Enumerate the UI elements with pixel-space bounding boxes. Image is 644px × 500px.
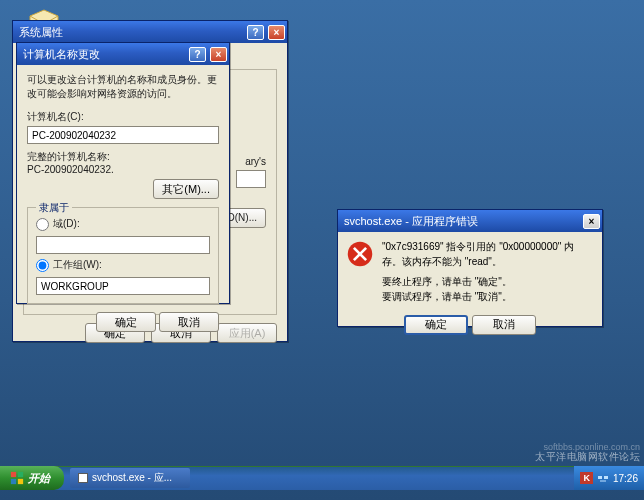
taskbar-item-svchost[interactable]: svchost.exe - 应... xyxy=(70,468,190,488)
err-line3: 要调试程序，请单击 "取消"。 xyxy=(382,290,594,305)
err-line2: 要终止程序，请单击 "确定"。 xyxy=(382,275,594,290)
domain-radio-label: 域(D): xyxy=(53,217,80,231)
desktop: 系统属性 ? × 远程 ary's 络 ID(N)... 确定 取消 应用(A)… xyxy=(0,0,644,500)
close-button[interactable]: × xyxy=(268,25,285,40)
sysprop-titlebar[interactable]: 系统属性 ? × xyxy=(13,21,287,43)
workgroup-input[interactable] xyxy=(36,277,210,295)
full-name-value: PC-200902040232. xyxy=(27,164,219,175)
computer-name-label: 计算机名(C): xyxy=(27,110,219,124)
svg-rect-9 xyxy=(604,476,608,479)
taskbar: 开始 svchost.exe - 应... K 17:26 xyxy=(0,466,644,490)
app-icon xyxy=(78,473,88,483)
member-of-group: 隶属于 域(D): 工作组(W): xyxy=(27,207,219,304)
sysprop-title: 系统属性 xyxy=(19,25,243,40)
svg-rect-8 xyxy=(598,476,602,479)
workgroup-radio-label: 工作组(W): xyxy=(53,258,102,272)
err-titlebar[interactable]: svchost.exe - 应用程序错误 × xyxy=(338,210,602,232)
help-button[interactable]: ? xyxy=(189,47,206,62)
start-button[interactable]: 开始 xyxy=(0,466,64,490)
tray-network-icon[interactable] xyxy=(597,472,609,484)
err-line1: "0x7c931669" 指令引用的 "0x00000000" 内存。该内存不能… xyxy=(382,240,594,269)
tray-av-icon[interactable]: K xyxy=(580,472,593,484)
svg-rect-5 xyxy=(18,472,23,477)
err-ok-button[interactable]: 确定 xyxy=(404,315,468,335)
computer-name-change-dialog: 计算机名称更改 ? × 可以更改这台计算机的名称和成员身份。更改可能会影响对网络… xyxy=(16,42,230,304)
workgroup-radio[interactable] xyxy=(36,259,49,272)
system-tray: K 17:26 xyxy=(574,466,644,490)
namechg-description: 可以更改这台计算机的名称和成员身份。更改可能会影响对网络资源的访问。 xyxy=(27,73,219,100)
frag-text: ary's xyxy=(245,156,266,167)
namechg-title: 计算机名称更改 xyxy=(23,47,185,62)
group-legend: 隶属于 xyxy=(36,201,72,215)
namechg-ok-button[interactable]: 确定 xyxy=(96,312,156,332)
watermark-text: 太平洋电脑网软件论坛 xyxy=(535,450,640,464)
error-icon xyxy=(346,240,374,268)
clock[interactable]: 17:26 xyxy=(613,473,638,484)
namechg-titlebar[interactable]: 计算机名称更改 ? × xyxy=(17,43,229,65)
err-title: svchost.exe - 应用程序错误 xyxy=(344,214,579,229)
full-name-label: 完整的计算机名称: xyxy=(27,150,219,164)
computer-name-input[interactable] xyxy=(27,126,219,144)
close-button[interactable]: × xyxy=(583,214,600,229)
help-button[interactable]: ? xyxy=(247,25,264,40)
domain-radio[interactable] xyxy=(36,218,49,231)
start-label: 开始 xyxy=(28,471,50,486)
namechg-cancel-button[interactable]: 取消 xyxy=(159,312,219,332)
taskbar-item-label: svchost.exe - 应... xyxy=(92,471,172,485)
svg-rect-4 xyxy=(11,472,16,477)
domain-input[interactable] xyxy=(36,236,210,254)
more-button[interactable]: 其它(M)... xyxy=(153,179,219,199)
application-error-dialog: svchost.exe - 应用程序错误 × "0x7c931669" 指令引用… xyxy=(337,209,603,327)
svg-rect-7 xyxy=(18,479,23,484)
frag-input xyxy=(236,170,266,188)
close-button[interactable]: × xyxy=(210,47,227,62)
err-cancel-button[interactable]: 取消 xyxy=(472,315,536,335)
svg-rect-6 xyxy=(11,479,16,484)
